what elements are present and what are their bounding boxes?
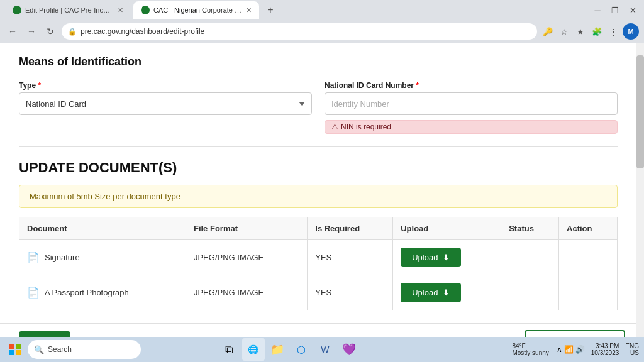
taskbar-search-text: Search <box>48 345 72 354</box>
table-row: 📄 Signature JPEG/PNG IMAGE YES Upload ⬇ <box>19 240 618 275</box>
upload-label: Upload <box>412 288 438 297</box>
doc-name-label: Signature <box>45 253 80 262</box>
id-number-required-star: * <box>414 81 419 90</box>
table-header-row: Document File Format Is Required Upload … <box>19 217 618 240</box>
key-icon[interactable]: 🔑 <box>541 25 555 38</box>
doc-name-container: 📄 Signature <box>27 251 178 263</box>
col-is-required: Is Required <box>308 217 393 240</box>
bookmark-icon[interactable]: ☆ <box>557 25 571 38</box>
taskbar-edge-item[interactable]: ⬡ <box>290 338 313 361</box>
url-bar[interactable]: 🔒 pre.cac.gov.ng/dashboard/edit-profile <box>62 23 537 40</box>
doc-name-container: 📄 A Passport Photograph <box>27 287 178 299</box>
menu-icon[interactable]: ⋮ <box>606 25 620 38</box>
col-file-format: File Format <box>186 217 307 240</box>
col-status: Status <box>501 217 559 240</box>
restore-button[interactable]: ❐ <box>609 6 621 15</box>
volume-icon[interactable]: 🔊 <box>575 345 585 354</box>
start-button[interactable] <box>5 339 25 359</box>
id-number-label: National ID Card Number * <box>325 81 618 90</box>
tab-2-favicon <box>141 6 150 14</box>
win-logo-sq-3 <box>9 350 14 355</box>
section-divider <box>19 146 618 147</box>
new-tab-button[interactable]: + <box>262 1 279 19</box>
taskbar-extra-item[interactable]: 💜 <box>338 338 360 361</box>
taskbar: 🔍 Search ⧉ 🌐 📁 ⬡ W 💜 84°F Mostly sunny ∧… <box>0 337 644 362</box>
address-bar-actions: 🔑 ☆ ★ 🧩 ⋮ M <box>541 23 639 40</box>
taskbar-files-item[interactable]: 📁 <box>266 338 289 361</box>
weather-desc: Mostly sunny <box>512 349 548 356</box>
system-icons: ∧ 📶 🔊 <box>557 345 585 354</box>
close-button[interactable]: ✕ <box>626 6 639 15</box>
url-text: pre.cac.gov.ng/dashboard/edit-profile <box>80 27 531 36</box>
doc-file-icon: 📄 <box>27 251 40 263</box>
col-action: Action <box>559 217 618 240</box>
update-docs-title: UPDATE DOCUMENT(S) <box>19 160 618 176</box>
address-bar: ← → ↻ 🔒 pre.cac.gov.ng/dashboard/edit-pr… <box>0 20 644 43</box>
signature-upload-button[interactable]: Upload ⬇ <box>401 248 461 267</box>
chevron-up-icon[interactable]: ∧ <box>557 345 562 354</box>
wifi-icon[interactable]: 📶 <box>564 345 574 354</box>
back-button[interactable]: ‹ Back <box>19 331 70 337</box>
lock-icon: 🔒 <box>68 28 77 36</box>
star-icon[interactable]: ★ <box>574 25 587 38</box>
type-required-star: * <box>36 81 41 90</box>
type-select[interactable]: National ID Card International Passport … <box>19 92 312 115</box>
id-number-input[interactable] <box>325 92 618 115</box>
doc-name-cell: 📄 Signature <box>19 240 186 275</box>
info-banner: Maximum of 5mb Size per document type <box>19 185 618 208</box>
doc-name-cell: 📄 A Passport Photograph <box>19 275 186 310</box>
tab-1-label: Edit Profile | CAC Pre-Incorpora... <box>25 6 114 14</box>
title-bar: Edit Profile | CAC Pre-Incorpora... ✕ CA… <box>0 0 644 20</box>
nin-error-badge: ⚠ NIN is required <box>325 120 618 134</box>
clock-time: 3:43 PM <box>596 343 619 349</box>
tab-1[interactable]: Edit Profile | CAC Pre-Incorpora... ✕ <box>5 1 131 19</box>
upload-icon: ⬇ <box>443 253 450 262</box>
taskbar-search-bar[interactable]: 🔍 Search <box>28 340 141 359</box>
forward-nav-button[interactable]: → <box>24 24 39 39</box>
reload-button[interactable]: ↻ <box>43 24 58 39</box>
taskbar-word-item[interactable]: W <box>314 338 336 361</box>
id-form-row: Type * National ID Card International Pa… <box>19 81 618 134</box>
win-logo-sq-2 <box>16 344 21 349</box>
means-of-id-title: Means of Identification <box>19 55 618 69</box>
tab-2[interactable]: CAC - Nigerian Corporate Regis... ✕ <box>133 1 259 19</box>
lang-widget: ENG US <box>625 343 639 356</box>
main-content: Means of Identification Type * National … <box>0 43 636 323</box>
clock-widget[interactable]: 3:43 PM 10/3/2023 <box>591 343 619 356</box>
puzzle-icon[interactable]: 🧩 <box>590 25 604 38</box>
back-nav-button[interactable]: ← <box>5 24 20 39</box>
doc-upload-cell: Upload ⬇ <box>393 275 501 310</box>
scrollbar[interactable] <box>636 43 644 337</box>
error-icon: ⚠ <box>331 123 338 131</box>
taskbar-task-view[interactable]: ⧉ <box>218 338 241 361</box>
taskbar-search-icon: 🔍 <box>34 345 44 354</box>
bottom-bar: ‹ Back Save & Continue › <box>0 323 644 337</box>
type-label: Type * <box>19 81 312 90</box>
documents-table: Document File Format Is Required Upload … <box>19 217 618 310</box>
tab-1-close[interactable]: ✕ <box>118 6 123 14</box>
profile-button[interactable]: M <box>623 23 639 40</box>
doc-action-cell <box>559 240 618 275</box>
doc-file-icon: 📄 <box>27 287 40 299</box>
weather-widget: 84°F Mostly sunny <box>512 343 548 356</box>
col-upload: Upload <box>393 217 501 240</box>
save-continue-button[interactable]: Save & Continue › <box>525 330 625 337</box>
doc-required-cell: YES <box>308 240 393 275</box>
clock-date: 10/3/2023 <box>591 349 619 356</box>
tab-2-close[interactable]: ✕ <box>246 6 252 14</box>
window-controls: ─ ❐ ✕ <box>591 6 639 15</box>
col-document: Document <box>19 217 186 240</box>
doc-format-cell: JPEG/PNG IMAGE <box>186 275 307 310</box>
passport-upload-button[interactable]: Upload ⬇ <box>401 283 461 302</box>
doc-upload-cell: Upload ⬇ <box>393 240 501 275</box>
upload-icon: ⬇ <box>443 288 450 297</box>
doc-required-cell: YES <box>308 275 393 310</box>
doc-status-cell <box>501 240 559 275</box>
scrollbar-thumb[interactable] <box>636 55 644 168</box>
taskbar-chrome-item[interactable]: 🌐 <box>242 338 265 361</box>
table-header: Document File Format Is Required Upload … <box>19 217 618 240</box>
page-content: Means of Identification Type * National … <box>0 43 644 337</box>
minimize-button[interactable]: ─ <box>591 6 604 15</box>
upload-label: Upload <box>412 253 438 262</box>
doc-action-cell <box>559 275 618 310</box>
